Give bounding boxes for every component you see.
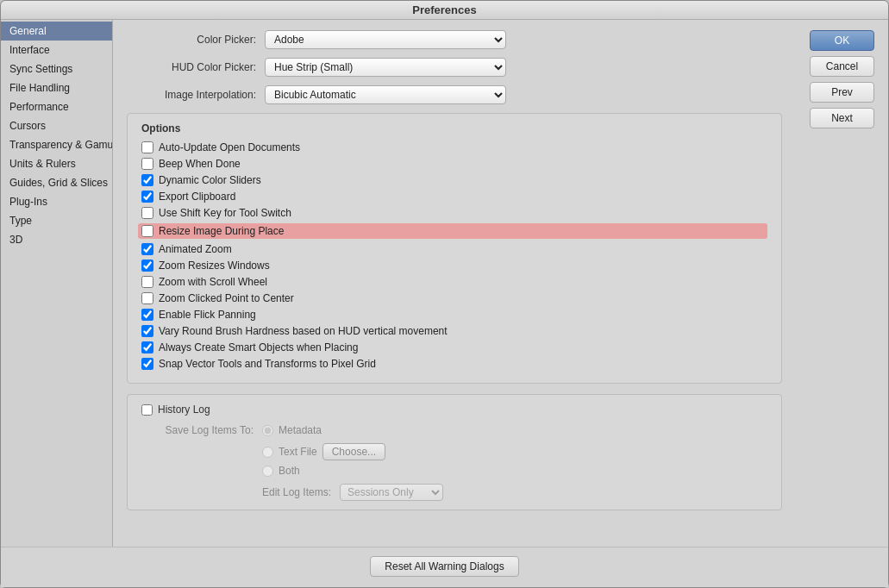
both-radio-row: Both <box>141 465 767 477</box>
color-picker-row: Color Picker: AdobeApple <box>127 30 782 49</box>
option-label-6: Animated Zoom <box>159 243 232 255</box>
option-row-7: Zoom Resizes Windows <box>141 260 767 272</box>
sidebar-item-3d[interactable]: 3D <box>1 230 112 249</box>
sidebar-item-plug-ins[interactable]: Plug-Ins <box>1 192 112 211</box>
title-bar: Preferences <box>1 1 888 20</box>
history-log-label: History Log <box>158 403 210 416</box>
history-log-group: History Log Save Log Items To: Metadata <box>127 394 782 510</box>
history-legend: History Log <box>141 403 767 416</box>
option-label-13: Snap Vector Tools and Transforms to Pixe… <box>159 358 376 370</box>
sidebar-item-type[interactable]: Type <box>1 211 112 230</box>
option-label-1: Beep When Done <box>159 158 241 170</box>
next-button[interactable]: Next <box>810 108 874 128</box>
options-title: Options <box>141 122 767 134</box>
option-label-11: Vary Round Brush Hardness based on HUD v… <box>159 325 448 337</box>
hud-color-picker-row: HUD Color Picker: Hue Strip (Small)Hue W… <box>127 58 782 77</box>
window-title: Preferences <box>412 3 476 16</box>
history-log-checkbox[interactable] <box>141 404 153 416</box>
main-content: GeneralInterfaceSync SettingsFile Handli… <box>1 20 888 547</box>
option-checkbox-11[interactable] <box>141 325 153 337</box>
option-label-9: Zoom Clicked Point to Center <box>159 292 294 304</box>
choose-button[interactable]: Choose... <box>322 443 385 460</box>
option-label-0: Auto-Update Open Documents <box>159 141 300 153</box>
image-interpolation-label: Image Interpolation: <box>127 89 256 101</box>
option-label-3: Export Clipboard <box>159 191 235 203</box>
option-checkbox-6[interactable] <box>141 243 153 255</box>
option-checkbox-9[interactable] <box>141 292 153 304</box>
metadata-radio-row: Metadata <box>262 424 322 436</box>
hud-color-picker-select[interactable]: Hue Strip (Small)Hue Wheel (Small)Hue Wh… <box>265 58 506 77</box>
preferences-window: Preferences GeneralInterfaceSync Setting… <box>0 0 889 588</box>
color-picker-select[interactable]: AdobeApple <box>265 30 506 49</box>
color-picker-label: Color Picker: <box>127 34 256 46</box>
option-checkbox-5[interactable] <box>141 225 153 237</box>
text-file-radio-row: Text File Choose... <box>141 443 767 460</box>
option-label-12: Always Create Smart Objects when Placing <box>159 341 358 353</box>
option-label-7: Zoom Resizes Windows <box>159 260 270 272</box>
right-buttons: OK Cancel Prev Next <box>796 20 888 547</box>
sidebar: GeneralInterfaceSync SettingsFile Handli… <box>1 20 113 547</box>
both-label: Both <box>279 465 300 477</box>
option-label-10: Enable Flick Panning <box>159 309 256 321</box>
text-file-label: Text File <box>279 446 317 458</box>
sidebar-item-file-handling[interactable]: File Handling <box>1 78 112 97</box>
main-area: Color Picker: AdobeApple HUD Color Picke… <box>113 20 796 547</box>
option-row-2: Dynamic Color Sliders <box>141 174 767 186</box>
both-radio[interactable] <box>262 466 273 477</box>
image-interpolation-row: Image Interpolation: Nearest NeighborBil… <box>127 85 782 104</box>
option-row-10: Enable Flick Panning <box>141 309 767 321</box>
sidebar-item-sync-settings[interactable]: Sync Settings <box>1 59 112 78</box>
option-checkbox-13[interactable] <box>141 358 153 370</box>
checkboxes-container: Auto-Update Open DocumentsBeep When Done… <box>141 141 767 370</box>
sidebar-item-interface[interactable]: Interface <box>1 41 112 59</box>
reset-button[interactable]: Reset All Warning Dialogs <box>370 556 518 577</box>
option-label-8: Zoom with Scroll Wheel <box>159 276 267 288</box>
image-interpolation-select[interactable]: Nearest NeighborBilinearBicubicBicubic S… <box>265 85 506 104</box>
option-checkbox-10[interactable] <box>141 309 153 321</box>
edit-log-label: Edit Log Items: <box>228 486 331 498</box>
sidebar-item-guides--grid---slices[interactable]: Guides, Grid & Slices <box>1 173 112 192</box>
sidebar-item-units---rulers[interactable]: Units & Rulers <box>1 154 112 173</box>
option-checkbox-3[interactable] <box>141 191 153 203</box>
option-checkbox-8[interactable] <box>141 276 153 288</box>
option-row-12: Always Create Smart Objects when Placing <box>141 341 767 353</box>
hud-color-picker-label: HUD Color Picker: <box>127 61 256 73</box>
option-label-4: Use Shift Key for Tool Switch <box>159 207 291 219</box>
metadata-label: Metadata <box>279 424 322 436</box>
history-content: Save Log Items To: Metadata Text File Ch… <box>141 424 767 501</box>
option-checkbox-1[interactable] <box>141 158 153 170</box>
metadata-radio[interactable] <box>262 425 273 436</box>
option-checkbox-12[interactable] <box>141 341 153 353</box>
option-row-4: Use Shift Key for Tool Switch <box>141 207 767 219</box>
sidebar-item-general[interactable]: General <box>1 22 112 41</box>
option-row-6: Animated Zoom <box>141 243 767 255</box>
option-row-3: Export Clipboard <box>141 191 767 203</box>
prev-button[interactable]: Prev <box>810 82 874 103</box>
save-log-radios: Metadata <box>262 424 322 436</box>
option-row-8: Zoom with Scroll Wheel <box>141 276 767 288</box>
save-log-label: Save Log Items To: <box>141 424 254 436</box>
option-row-9: Zoom Clicked Point to Center <box>141 292 767 304</box>
ok-button[interactable]: OK <box>810 30 874 51</box>
option-label-2: Dynamic Color Sliders <box>159 174 261 186</box>
option-row-1: Beep When Done <box>141 158 767 170</box>
option-row-5: Resize Image During Place <box>138 223 767 239</box>
options-group: Options Auto-Update Open DocumentsBeep W… <box>127 113 782 384</box>
option-checkbox-7[interactable] <box>141 260 153 272</box>
option-row-0: Auto-Update Open Documents <box>141 141 767 153</box>
sidebar-item-transparency---gamut[interactable]: Transparency & Gamut <box>1 135 112 154</box>
edit-log-row: Edit Log Items: Sessions OnlyConciseDeta… <box>141 484 767 501</box>
edit-log-select[interactable]: Sessions OnlyConciseDetailed <box>340 484 443 501</box>
save-log-row: Save Log Items To: Metadata <box>141 424 767 436</box>
option-checkbox-0[interactable] <box>141 141 153 153</box>
sidebar-item-cursors[interactable]: Cursors <box>1 116 112 135</box>
text-file-radio[interactable] <box>262 447 273 458</box>
option-row-11: Vary Round Brush Hardness based on HUD v… <box>141 325 767 337</box>
option-checkbox-4[interactable] <box>141 207 153 219</box>
option-label-5: Resize Image During Place <box>159 225 284 237</box>
sidebar-item-performance[interactable]: Performance <box>1 97 112 116</box>
bottom-bar: Reset All Warning Dialogs <box>1 547 888 587</box>
option-checkbox-2[interactable] <box>141 174 153 186</box>
option-row-13: Snap Vector Tools and Transforms to Pixe… <box>141 358 767 370</box>
cancel-button[interactable]: Cancel <box>810 56 874 77</box>
